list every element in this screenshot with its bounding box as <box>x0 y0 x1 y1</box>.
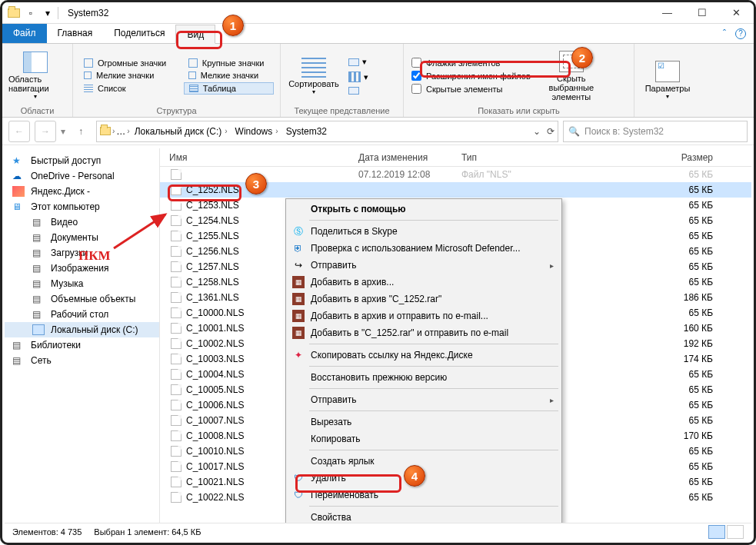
view-large-button[interactable] <box>727 525 744 539</box>
callout-3: 3 <box>245 173 267 194</box>
nav-pane-button[interactable]: Область навигации▾ <box>8 52 62 100</box>
minimize-button[interactable]: — <box>650 2 684 24</box>
ctx-share[interactable]: ↪Отправить <box>288 257 560 274</box>
ctx-rar-mail[interactable]: ▦Добавить в "C_1252.rar" и отправить по … <box>288 324 560 341</box>
options-button[interactable]: Параметры▾ <box>641 61 694 100</box>
ctx-arch-mail[interactable]: ▦Добавить в архив и отправить по e-mail.… <box>288 307 560 324</box>
crumb-2: Windows› <box>232 126 281 137</box>
ctx-skype[interactable]: ⓈПоделиться в Skype <box>288 223 560 240</box>
window-title: System32 <box>68 8 108 18</box>
sidebar-item[interactable]: ▤Библиотеки <box>5 337 159 353</box>
file-icon <box>171 277 182 287</box>
layout-large[interactable]: Крупные значки <box>184 58 274 68</box>
sidebar-item[interactable]: ▤Музыка <box>5 276 159 291</box>
layout-list[interactable]: Список <box>79 82 176 95</box>
group-by-button[interactable]: ▾ <box>345 56 371 68</box>
ctx-shortcut[interactable]: Создать ярлык <box>288 453 560 470</box>
file-icon <box>171 292 182 303</box>
nav-recent-icon[interactable]: ▾ <box>61 126 65 137</box>
layout-small[interactable]: Мелкие значки <box>79 70 176 81</box>
file-icon <box>171 384 182 395</box>
col-size: Размер <box>638 152 751 163</box>
ribbon: Область навигации▾ Области Огромные знач… <box>2 44 754 118</box>
search-icon: 🔍 <box>568 126 580 137</box>
sidebar-item[interactable]: Яндекс.Диск - <box>5 184 159 199</box>
callout-1: 1 <box>222 15 244 36</box>
column-headers[interactable]: Имя Дата изменения Тип Размер <box>160 148 751 167</box>
address-dropdown-icon[interactable]: ⌄ <box>533 126 541 137</box>
nav-back-button[interactable]: ← <box>8 121 30 142</box>
sidebar-item[interactable]: ▤Сеть <box>5 353 159 368</box>
callout-2: 2 <box>571 47 593 68</box>
nav-forward-button[interactable]: → <box>35 121 56 142</box>
qat-props-icon[interactable]: ▫ <box>24 6 38 20</box>
file-icon <box>171 400 182 410</box>
crumb-1: Локальный диск (C:)› <box>132 126 231 137</box>
add-columns-button[interactable]: ▾ <box>345 71 371 83</box>
sidebar-item[interactable]: ★Быстрый доступ <box>5 153 159 168</box>
sort-button[interactable]: Сортировать▾ <box>287 56 341 95</box>
ctx-add-archive[interactable]: ▦Добавить в архив... <box>288 274 560 291</box>
file-icon <box>171 492 182 503</box>
checkbox-item-flags[interactable]: Флажки элементов <box>410 57 532 68</box>
file-icon <box>171 307 182 318</box>
view-details-button[interactable] <box>708 525 725 539</box>
file-icon <box>171 477 182 487</box>
status-bar: Элементов: 4 735 Выбран 1 элемент: 64,5 … <box>5 523 751 540</box>
col-type: Тип <box>461 152 638 163</box>
ctx-rename[interactable]: 🛡Переименовать <box>288 487 560 503</box>
address-bar: ← → ▾ ↑ › …› Локальный диск (C:)› Window… <box>2 118 754 145</box>
file-icon <box>171 369 182 380</box>
fit-columns-button[interactable] <box>345 86 371 95</box>
file-icon <box>171 261 182 272</box>
file-icon <box>171 446 182 457</box>
layout-medium[interactable]: Мелкие значки <box>184 70 274 81</box>
col-date: Дата изменения <box>358 152 461 163</box>
callout-4: 4 <box>404 465 425 487</box>
checkbox-file-extensions[interactable]: Расширения имен файлов <box>410 70 532 81</box>
annotation-pkm: ПКМ <box>78 248 111 264</box>
nav-up-button[interactable]: ↑ <box>70 121 92 142</box>
file-icon <box>171 461 182 472</box>
breadcrumb[interactable]: › …› Локальный диск (C:)› Windows› Syste… <box>96 121 558 142</box>
tab-file[interactable]: Файл <box>2 24 47 43</box>
titlebar: ▫ ▾ System32 — ☐ ✕ <box>2 2 754 24</box>
close-button[interactable]: ✕ <box>719 2 754 24</box>
crumb-3: System32 <box>283 126 330 137</box>
help-icon[interactable]: ? <box>735 28 746 39</box>
file-icon <box>171 415 182 426</box>
search-input[interactable]: 🔍Поиск в: System32 <box>563 121 748 142</box>
svg-line-0 <box>114 214 165 248</box>
layout-huge[interactable]: Огромные значки <box>79 58 176 68</box>
ctx-restore[interactable]: Восстановить прежнюю версию <box>288 369 560 386</box>
ribbon-tabs: Файл Главная Поделиться Вид ˆ ? <box>2 24 754 44</box>
file-icon <box>171 323 182 334</box>
layout-table[interactable]: Таблица <box>184 82 274 95</box>
ctx-cut[interactable]: Вырезать <box>288 414 560 430</box>
sidebar-item[interactable]: ☁OneDrive - Personal <box>5 168 159 184</box>
checkbox-hidden-items[interactable]: Скрытые элементы <box>410 83 532 95</box>
sidebar-item[interactable]: Локальный диск (C:) <box>5 322 159 337</box>
ctx-copy[interactable]: Копировать <box>288 430 560 447</box>
ctx-add-rar[interactable]: ▦Добавить в архив "C_1252.rar" <box>288 291 560 307</box>
ctx-yadisk-link[interactable]: ✦Скопировать ссылку на Яндекс.Диске <box>288 347 560 364</box>
ribbon-collapse-icon[interactable]: ˆ <box>723 28 726 39</box>
file-icon <box>171 184 182 195</box>
folder-icon <box>7 6 21 20</box>
tab-view[interactable]: Вид <box>175 25 215 44</box>
ctx-send-to[interactable]: Отправить <box>288 391 560 408</box>
nav-sidebar: ★Быстрый доступ☁OneDrive - PersonalЯндек… <box>5 148 160 523</box>
sidebar-item[interactable]: ▤Объемные объекты <box>5 291 159 307</box>
tab-share[interactable]: Поделиться <box>103 24 175 43</box>
tab-home[interactable]: Главная <box>47 24 104 43</box>
ctx-defender[interactable]: ⛨Проверка с использованием Microsoft Def… <box>288 240 560 257</box>
file-icon <box>171 338 182 349</box>
file-icon <box>171 430 182 441</box>
file-icon <box>171 200 182 211</box>
qat-dropdown-icon[interactable]: ▾ <box>41 6 55 20</box>
sidebar-item[interactable]: ▤Рабочий стол <box>5 307 159 322</box>
annotation-arrow <box>110 210 179 258</box>
refresh-icon[interactable]: ⟳ <box>547 126 555 137</box>
ctx-open-with[interactable]: Открыть с помощью <box>288 201 560 218</box>
maximize-button[interactable]: ☐ <box>684 2 719 24</box>
